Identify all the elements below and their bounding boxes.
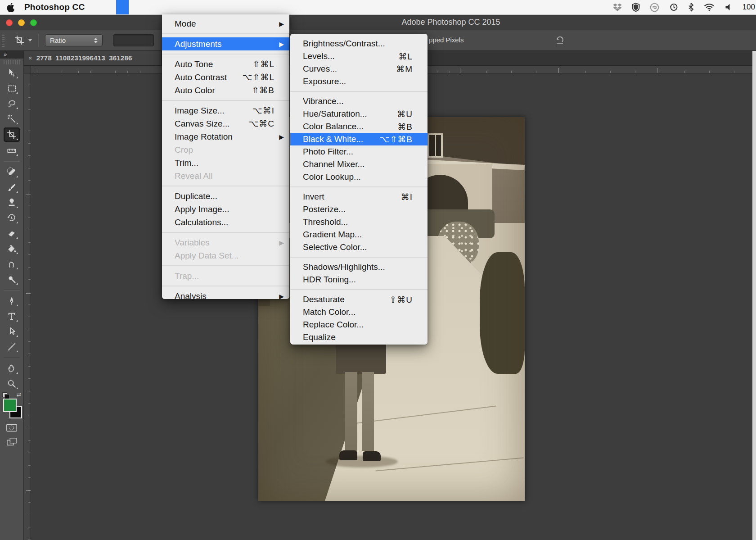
menu-item[interactable]: Image Rotation ▶: [162, 130, 289, 143]
vertical-ruler[interactable]: [24, 73, 31, 540]
menu-item[interactable]: Shadows/Highlights...: [290, 261, 428, 273]
swap-colors-icon[interactable]: ⇄: [17, 391, 21, 398]
reset-arrow-icon[interactable]: [554, 35, 565, 47]
zoom-window-button[interactable]: [30, 19, 37, 26]
menu-item[interactable]: Apply Image... ▶: [162, 203, 289, 216]
lasso-tool[interactable]: [4, 97, 19, 110]
path-selection-tool[interactable]: [4, 325, 19, 338]
document-tab[interactable]: × 2778_1108231996413_361286_: [24, 50, 162, 65]
menu-item[interactable]: Threshold...: [290, 216, 428, 228]
menu-item[interactable]: Auto Tone ⇧⌘L ▶: [162, 58, 289, 71]
menu-item[interactable]: Selective Color...: [290, 241, 428, 254]
menu-item[interactable]: Exposure...: [290, 75, 428, 88]
bluetooth-icon[interactable]: [688, 3, 694, 12]
menu-item[interactable]: Reveal All ▶: [162, 169, 289, 182]
menu-item[interactable]: Vibrance...: [290, 95, 428, 108]
quick-mask-button[interactable]: [4, 422, 19, 433]
menu-item[interactable]: Invert ⌘I: [290, 191, 428, 203]
history-brush-tool[interactable]: [4, 211, 19, 225]
menu-item[interactable]: Trap... ▶: [162, 269, 289, 282]
menu-item[interactable]: Color Balance... ⌘B: [290, 120, 428, 133]
menu-item[interactable]: Canvas Size... ⌥⌘C ▶: [162, 117, 289, 130]
tool-preset-caret-icon[interactable]: [28, 39, 32, 41]
menubar-item[interactable]: [154, 0, 166, 14]
type-tool[interactable]: [4, 309, 19, 323]
close-tab-icon[interactable]: ×: [28, 54, 32, 62]
menu-item[interactable]: Mode ▶: [162, 17, 289, 30]
menu-item[interactable]: Trim... ▶: [162, 156, 289, 169]
dodge-tool[interactable]: [4, 272, 19, 286]
menu-item[interactable]: Replace Color...: [290, 318, 428, 331]
rectangular-marquee-tool[interactable]: [4, 82, 19, 95]
menu-item[interactable]: Image Size... ⌥⌘I ▶: [162, 104, 289, 117]
menu-item[interactable]: Auto Contrast ⌥⇧⌘L ▶: [162, 71, 289, 84]
menu-item[interactable]: Black & White... ⌥⇧⌘B: [290, 133, 428, 145]
smudge-tool[interactable]: [4, 257, 19, 271]
menubar-item[interactable]: [166, 0, 179, 14]
apple-menu-icon[interactable]: [0, 3, 21, 12]
crop-tool[interactable]: [4, 127, 20, 142]
line-tool[interactable]: [4, 340, 19, 354]
menu-item[interactable]: Variables ▶: [162, 236, 289, 249]
volume-icon[interactable]: [724, 3, 733, 11]
menu-item[interactable]: Crop ▶: [162, 143, 289, 156]
menubar-item[interactable]: [104, 0, 116, 14]
menu-item[interactable]: Desaturate ⇧⌘U: [290, 293, 428, 306]
collapse-panel-chevrons[interactable]: »: [0, 50, 23, 59]
ruler-corner[interactable]: [24, 65, 31, 73]
menubar-item[interactable]: [204, 0, 217, 14]
move-tool[interactable]: [4, 66, 19, 80]
delete-cropped-pixels-label[interactable]: pped Pixels: [429, 30, 464, 50]
screen-mode-button[interactable]: [4, 436, 19, 447]
dropbox-icon[interactable]: [613, 3, 622, 11]
menu-item[interactable]: Hue/Saturation... ⌘U: [290, 108, 428, 120]
brush-tool[interactable]: [4, 181, 19, 194]
menubar-item[interactable]: [179, 0, 192, 14]
creative-cloud-icon[interactable]: [650, 3, 659, 12]
menu-item[interactable]: Posterize...: [290, 203, 428, 216]
menu-item[interactable]: Levels... ⌘L: [290, 50, 428, 63]
menubar-item[interactable]: [129, 0, 141, 14]
menu-item[interactable]: Match Color...: [290, 306, 428, 318]
menu-item[interactable]: Calculations... ▶: [162, 216, 289, 229]
eraser-tool[interactable]: [4, 227, 19, 240]
tools-panel-grip[interactable]: [4, 60, 20, 64]
menu-item[interactable]: Equalize: [290, 331, 428, 344]
crop-ratio-width-input[interactable]: [113, 34, 154, 46]
magic-wand-tool[interactable]: [4, 112, 19, 126]
time-machine-icon[interactable]: [669, 3, 678, 12]
zoom-tool[interactable]: [4, 377, 19, 390]
menubar-item[interactable]: [91, 0, 104, 14]
menubar-item[interactable]: [141, 0, 154, 14]
menu-item[interactable]: Gradient Map...: [290, 228, 428, 241]
crop-ratio-dropdown[interactable]: Ratio: [45, 34, 103, 46]
options-bar-grip[interactable]: [2, 33, 4, 47]
crop-icon[interactable]: [12, 34, 27, 46]
menu-item[interactable]: Brightness/Contrast...: [290, 37, 428, 50]
pen-tool[interactable]: [4, 294, 19, 308]
menu-item[interactable]: Apply Data Set... ▶: [162, 249, 289, 262]
menu-item[interactable]: Analysis ▶: [162, 290, 289, 303]
close-window-button[interactable]: [6, 19, 13, 26]
clone-stamp-tool[interactable]: [4, 196, 19, 209]
spot-healing-brush-tool[interactable]: [4, 165, 19, 179]
minimize-window-button[interactable]: [18, 19, 25, 26]
menubar-item[interactable]: [192, 0, 204, 14]
menu-item[interactable]: Curves... ⌘M: [290, 63, 428, 75]
ruler-tool[interactable]: [4, 144, 19, 157]
battery-percentage[interactable]: 100: [742, 3, 755, 12]
menu-item[interactable]: Color Lookup...: [290, 171, 428, 183]
menu-item[interactable]: HDR Toning...: [290, 273, 428, 286]
menu-item[interactable]: Photo Filter...: [290, 145, 428, 158]
menu-item[interactable]: Adjustments ▶: [162, 37, 289, 50]
shield-icon[interactable]: [632, 3, 640, 12]
menu-item[interactable]: Duplicate... ▶: [162, 190, 289, 203]
menubar-item[interactable]: [217, 0, 230, 14]
menu-item[interactable]: Channel Mixer...: [290, 158, 428, 171]
menu-item[interactable]: Auto Color ⇧⌘B ▶: [162, 84, 289, 97]
paint-bucket-tool[interactable]: [4, 242, 19, 255]
menubar-item[interactable]: [116, 0, 129, 14]
wifi-icon[interactable]: [704, 3, 715, 11]
foreground-color-swatch[interactable]: [3, 399, 17, 412]
hand-tool[interactable]: [4, 362, 19, 375]
